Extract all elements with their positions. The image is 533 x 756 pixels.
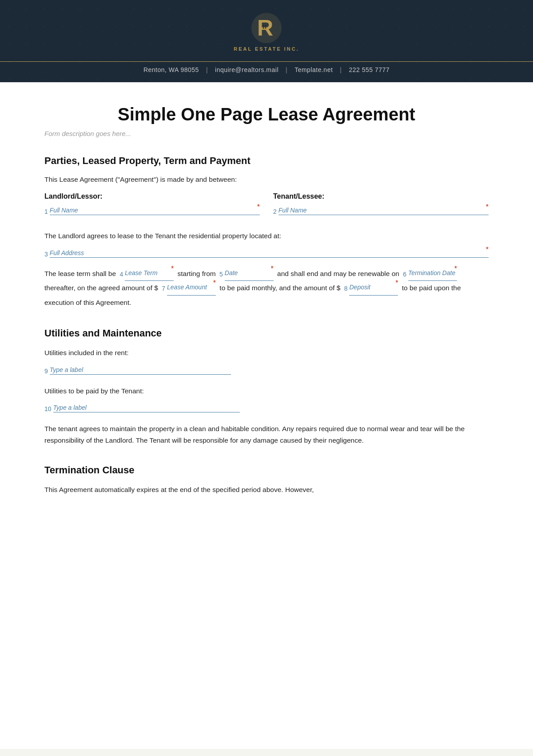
termination-date-field[interactable]: 6 Termination Date * bbox=[403, 267, 457, 281]
lease-term-paragraph: The lease term shall be 4 Lease Term * s… bbox=[44, 267, 489, 310]
header-website: Template.net bbox=[294, 66, 333, 73]
lease-term-text-2: starting from bbox=[178, 270, 216, 277]
field-10-number: 10 bbox=[44, 405, 52, 412]
start-date-field[interactable]: 5 Date * bbox=[219, 267, 274, 281]
field-2-required: * bbox=[486, 203, 489, 211]
header-address: Renton, WA 98055 bbox=[143, 66, 199, 73]
lease-term-text-1: The lease term shall be bbox=[44, 270, 116, 277]
field-7-number: 7 bbox=[162, 282, 165, 295]
field-2-placeholder[interactable]: Full Name bbox=[278, 207, 489, 215]
document-description: Form description goes here... bbox=[44, 130, 489, 137]
tenant-column: Tenant/Lessee: 2 Full Name * bbox=[273, 192, 489, 220]
field-5-placeholder[interactable]: Date bbox=[225, 267, 274, 281]
landlord-name-field[interactable]: 1 Full Name * bbox=[44, 207, 260, 215]
header-divider bbox=[0, 61, 533, 62]
lease-term-text-4: thereafter, on the agreed amount of $ bbox=[44, 284, 158, 292]
address-field[interactable]: 3 Full Address * bbox=[44, 249, 489, 258]
field-8-required: * bbox=[395, 276, 398, 291]
utilities-included-field[interactable]: 9 Type a label bbox=[44, 366, 231, 375]
lease-amount-field[interactable]: 7 Lease Amount * bbox=[162, 281, 216, 295]
field-4-required: * bbox=[171, 261, 174, 276]
field-6-number: 6 bbox=[403, 268, 406, 281]
lease-term-text-5: to be paid monthly, and the amount of $ bbox=[219, 284, 340, 292]
utilities-tenant-label: Utilities to be paid by the Tenant: bbox=[44, 385, 489, 397]
svg-point-4 bbox=[263, 28, 264, 29]
field-1-number: 1 bbox=[44, 208, 48, 215]
deposit-field[interactable]: 8 Deposit * bbox=[344, 281, 398, 295]
document-title: Simple One Page Lease Agreement bbox=[44, 104, 489, 124]
landlord-column: Landlord/Lessor: 1 Full Name * bbox=[44, 192, 260, 220]
field-6-required: * bbox=[454, 261, 457, 276]
field-1-placeholder[interactable]: Full Name bbox=[50, 207, 260, 215]
parties-columns: Landlord/Lessor: 1 Full Name * Tenant/Le… bbox=[44, 192, 489, 220]
logo: R REAL ESTATE INC. bbox=[234, 12, 299, 52]
field-5-required: * bbox=[271, 261, 274, 276]
field-1-required: * bbox=[257, 203, 260, 211]
field-7-required: * bbox=[213, 276, 216, 291]
header-email: inquire@realtors.mail bbox=[215, 66, 278, 73]
field-4-number: 4 bbox=[119, 268, 123, 281]
field-8-placeholder[interactable]: Deposit bbox=[349, 281, 398, 295]
section-title-termination: Termination Clause bbox=[44, 464, 489, 476]
svg-point-5 bbox=[265, 28, 266, 29]
header-contact-info: Renton, WA 98055 | inquire@realtors.mail… bbox=[143, 66, 390, 73]
tenant-name-field[interactable]: 2 Full Name * bbox=[273, 207, 489, 215]
field-2-number: 2 bbox=[273, 208, 277, 215]
field-10-placeholder[interactable]: Type a label bbox=[53, 404, 240, 412]
utilities-tenant-field[interactable]: 10 Type a label bbox=[44, 404, 240, 412]
lease-term-field[interactable]: 4 Lease Term * bbox=[119, 267, 174, 281]
field-3-placeholder[interactable]: Full Address bbox=[50, 249, 489, 258]
logo-icon: R bbox=[251, 12, 282, 44]
field-6-placeholder[interactable]: Termination Date bbox=[408, 267, 457, 281]
utilities-included-label: Utilities included in the rent: bbox=[44, 347, 489, 359]
field-3-required: * bbox=[486, 246, 489, 254]
field-9-number: 9 bbox=[44, 368, 48, 375]
section-title-utilities: Utilities and Maintenance bbox=[44, 328, 489, 339]
field-8-number: 8 bbox=[344, 282, 348, 295]
termination-text: This Agreement automatically expires at … bbox=[44, 484, 489, 496]
header-phone: 222 555 7777 bbox=[349, 66, 390, 73]
field-3-number: 3 bbox=[44, 251, 48, 258]
field-9-placeholder[interactable]: Type a label bbox=[50, 366, 231, 375]
intro-text: This Lease Agreement ("Agreement") is ma… bbox=[44, 174, 489, 185]
landlord-label: Landlord/Lessor: bbox=[44, 192, 260, 200]
property-text: The Landlord agrees to lease to the Tena… bbox=[44, 230, 489, 242]
page-header: R REAL ESTATE INC. Renton, WA 98055 | in… bbox=[0, 0, 533, 82]
field-4-placeholder[interactable]: Lease Term bbox=[125, 267, 174, 281]
lease-term-text-3: and shall end and may be renewable on bbox=[277, 270, 399, 277]
field-7-placeholder[interactable]: Lease Amount bbox=[167, 281, 216, 295]
maintenance-text: The tenant agrees to maintain the proper… bbox=[44, 423, 489, 447]
tenant-label: Tenant/Lessee: bbox=[273, 192, 489, 200]
field-5-number: 5 bbox=[219, 268, 223, 281]
section-title-parties: Parties, Leased Property, Term and Payme… bbox=[44, 155, 489, 167]
company-name: REAL ESTATE INC. bbox=[234, 46, 299, 52]
svg-point-2 bbox=[263, 25, 264, 27]
svg-point-3 bbox=[265, 25, 266, 27]
document-body: Simple One Page Lease Agreement Form des… bbox=[0, 82, 533, 749]
